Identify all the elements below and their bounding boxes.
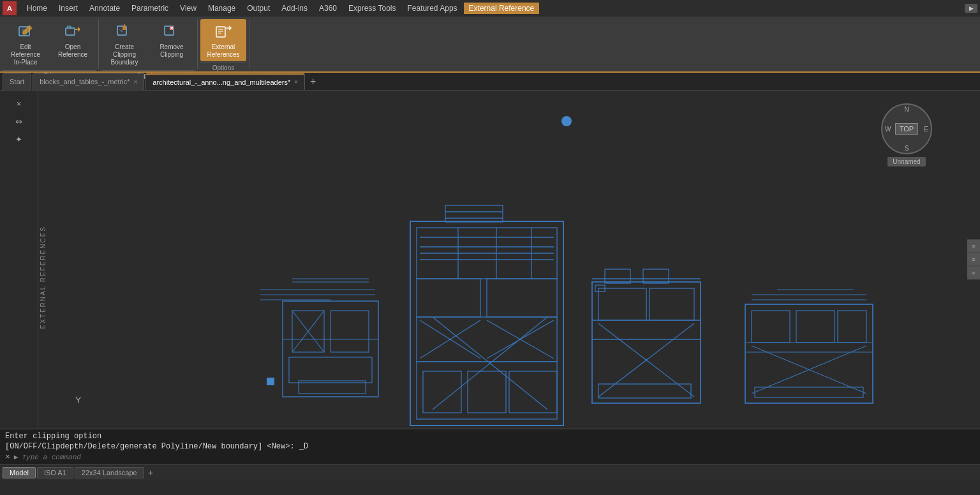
svg-point-16 [561, 116, 572, 126]
ext-refs-label-btn: External References [204, 43, 242, 59]
menu-output[interactable]: Output [242, 3, 275, 14]
tab-start-label: Start [10, 78, 24, 85]
menu-annotate[interactable]: Annotate [84, 3, 125, 14]
command-input-row: × ▶ [5, 452, 975, 462]
command-line-1: Enter clipping option [5, 432, 975, 441]
ribbon-group-clipping: Create Clipping Boundary Remove Clipping [99, 19, 198, 69]
right-tool-2[interactable]: ≡ [967, 253, 980, 266]
svg-rect-2 [66, 28, 75, 35]
remove-clip-label: Remove Clipping [152, 43, 191, 59]
tab-architectural[interactable]: architectural_-_anno...ng_and_multileade… [145, 73, 305, 90]
tab-arch-label: architectural_-_anno...ng_and_multileade… [152, 78, 290, 86]
create-clipping-button[interactable]: Create Clipping Boundary [101, 19, 147, 69]
create-clip-icon [114, 22, 135, 42]
tab-add-button[interactable]: + [306, 76, 320, 87]
compass-widget: N S E W TOP Unnamed [878, 103, 935, 180]
right-tool-1[interactable]: ≡ [967, 240, 980, 253]
compass-unnamed-label: Unnamed [887, 157, 925, 166]
compass-south: S [905, 145, 909, 152]
ribbon-group-options: External References Options [198, 19, 249, 69]
float-sidebar-tool[interactable]: ⇔ [9, 114, 29, 129]
compass-ring: N S E W TOP [881, 103, 932, 154]
svg-rect-11 [216, 27, 225, 37]
canvas-area[interactable]: Y N S E W TOP Unnamed ≡ ≡ ≡ EXTERNAL REF… [38, 91, 980, 429]
ribbon-group-edit-content: Edit Reference In-Place Open Reference [3, 19, 96, 69]
ribbon-group-options-content: External References [200, 19, 246, 61]
main-area: — □ × × ⇔ ✦ [0, 91, 980, 429]
right-tools: ≡ ≡ ≡ [967, 240, 980, 280]
remove-clip-icon [161, 22, 182, 42]
tab-start[interactable]: Start [3, 73, 31, 90]
edit-ref-inplace-button[interactable]: Edit Reference In-Place [3, 19, 48, 69]
menu-parametric[interactable]: Parametric [126, 3, 174, 14]
bottom-tabs: Model ISO A1 22x34 Landscape + [0, 464, 980, 480]
command-input[interactable] [22, 454, 213, 461]
video-icon[interactable]: ▶ [965, 4, 977, 13]
menu-featured[interactable]: Featured Apps [403, 3, 463, 14]
menu-manage[interactable]: Manage [203, 3, 241, 14]
compass-north: N [904, 106, 909, 113]
app-icon: A [3, 1, 17, 15]
cmd-close-icon[interactable]: × [5, 452, 10, 462]
svg-text:Y: Y [75, 395, 82, 405]
tab-arch-close[interactable]: × [294, 78, 298, 85]
compass-east: E [924, 126, 928, 133]
menu-a360[interactable]: A360 [314, 3, 342, 14]
menu-view[interactable]: View [175, 3, 202, 14]
external-references-sidebar-label: EXTERNAL REFERENCES [40, 226, 47, 329]
toolbar: Edit Reference In-Place Open Reference E… [0, 17, 980, 71]
menu-addins[interactable]: Add-ins [276, 3, 313, 14]
remove-clipping-button[interactable]: Remove Clipping [149, 19, 195, 61]
tab-blocks-label: blocks_and_tables_-_metric* [40, 78, 130, 85]
ribbon-group-edit: Edit Reference In-Place Open Reference E… [0, 19, 99, 69]
compass-center-label: TOP [895, 123, 918, 135]
edit-inplace-icon [15, 22, 36, 42]
bottom-tab-landscape[interactable]: 22x34 Landscape [75, 467, 144, 478]
document-tabs: Start blocks_and_tables_-_metric* × arch… [0, 73, 980, 91]
command-prompt-icon: ▶ [14, 453, 19, 461]
menu-express[interactable]: Express Tools [343, 3, 401, 14]
left-sidebar: × ⇔ ✦ [0, 91, 38, 429]
open-reference-button[interactable]: Open Reference [50, 19, 96, 61]
settings-sidebar-tool[interactable]: ✦ [9, 131, 29, 147]
menu-insert[interactable]: Insert [54, 3, 83, 14]
menu-right-controls: ▶ [965, 4, 977, 13]
open-ref-icon [63, 22, 83, 42]
menu-home[interactable]: Home [22, 3, 52, 14]
command-line-area: Enter clipping option [ON/OFF/Clipdepth/… [0, 429, 980, 464]
compass-west: W [885, 126, 891, 133]
command-line-2: [ON/OFF/Clipdepth/Delete/generate Polyli… [5, 442, 975, 451]
external-references-button[interactable]: External References [200, 19, 246, 61]
ext-refs-icon [213, 22, 234, 42]
add-layout-button[interactable]: + [145, 468, 156, 478]
right-tool-3[interactable]: ≡ [967, 267, 980, 279]
tab-blocks-tables[interactable]: blocks_and_tables_-_metric* × [33, 73, 144, 90]
close-sidebar-tool[interactable]: × [9, 96, 29, 111]
ribbon: Edit Reference In-Place Open Reference E… [0, 17, 980, 73]
blueprint-drawing: Y [38, 91, 980, 429]
edit-inplace-label: Edit Reference In-Place [6, 43, 45, 66]
open-ref-label: Open Reference [54, 43, 92, 59]
options-group-label: Options [200, 63, 246, 71]
bottom-tab-iso[interactable]: ISO A1 [37, 467, 73, 478]
menu-external-reference[interactable]: External Reference [464, 3, 540, 14]
create-clip-label: Create Clipping Boundary [105, 43, 144, 66]
menu-bar: A Home Insert Annotate Parametric View M… [0, 0, 980, 17]
tab-blocks-close[interactable]: × [133, 78, 137, 85]
bottom-tab-model[interactable]: Model [3, 467, 36, 478]
svg-rect-17 [267, 378, 274, 385]
ribbon-group-clipping-content: Create Clipping Boundary Remove Clipping [101, 19, 195, 69]
